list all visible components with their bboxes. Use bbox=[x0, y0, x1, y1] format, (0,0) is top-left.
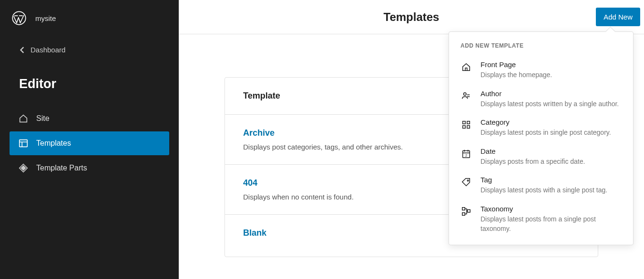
sidebar-item-template-parts[interactable]: Template Parts bbox=[10, 156, 169, 180]
sidebar-item-site[interactable]: Site bbox=[10, 107, 169, 130]
hierarchy-icon bbox=[460, 206, 472, 217]
dropdown-text: Tag Displays latest posts with a single … bbox=[480, 176, 622, 195]
dropdown-item-title: Front Page bbox=[480, 60, 622, 69]
svg-rect-6 bbox=[463, 121, 466, 124]
layout-icon bbox=[18, 138, 29, 149]
sidebar-item-label: Templates bbox=[36, 139, 71, 148]
template-description: Displays when no content is found. bbox=[243, 193, 465, 201]
sidebar-item-label: Template Parts bbox=[36, 164, 87, 172]
dropdown-text: Taxonomy Displays latest posts from a si… bbox=[480, 205, 622, 233]
dropdown-item-desc: Displays latest posts from a single post… bbox=[480, 215, 622, 233]
dropdown-text: Author Displays latest posts written by … bbox=[480, 90, 622, 109]
chevron-left-icon bbox=[19, 47, 26, 53]
calendar-icon: 2 bbox=[460, 148, 472, 159]
dropdown-item-desc: Displays latest posts written by a singl… bbox=[480, 100, 622, 109]
dropdown-item-desc: Displays latest posts in single post cat… bbox=[480, 128, 622, 138]
dropdown-item-category[interactable]: Category Displays latest posts in single… bbox=[449, 113, 633, 142]
svg-rect-14 bbox=[468, 209, 470, 212]
svg-point-12 bbox=[467, 180, 469, 181]
template-description: Displays post categories, tags, and othe… bbox=[243, 143, 465, 151]
template-name-link[interactable]: 404 bbox=[243, 178, 465, 188]
sidebar: mysite Dashboard Editor Site Templates T… bbox=[0, 0, 179, 279]
svg-rect-13 bbox=[462, 208, 465, 210]
author-icon bbox=[460, 90, 472, 102]
dropdown-item-tag[interactable]: Tag Displays latest posts with a single … bbox=[449, 171, 633, 200]
dropdown-item-front-page[interactable]: Front Page Displays the homepage. bbox=[449, 56, 633, 85]
dropdown-title: ADD NEW TEMPLATE bbox=[449, 39, 633, 56]
template-cell: 404 Displays when no content is found. bbox=[243, 178, 465, 201]
tag-icon bbox=[460, 177, 472, 188]
svg-rect-15 bbox=[462, 213, 465, 216]
dropdown-item-taxonomy[interactable]: Taxonomy Displays latest posts from a si… bbox=[449, 200, 633, 238]
template-cell: Blank bbox=[243, 228, 465, 243]
dropdown-item-title: Taxonomy bbox=[480, 205, 622, 213]
wordpress-logo-icon[interactable] bbox=[11, 10, 27, 26]
svg-rect-9 bbox=[467, 126, 470, 129]
svg-text:2: 2 bbox=[465, 153, 467, 157]
dropdown-item-desc: Displays latest posts with a single post… bbox=[480, 186, 622, 195]
svg-rect-1 bbox=[20, 140, 28, 147]
nav-list: Site Templates Template Parts bbox=[0, 107, 179, 180]
dropdown-item-date[interactable]: 2 Date Displays posts from a specific da… bbox=[449, 142, 633, 171]
template-name-link[interactable]: Archive bbox=[243, 128, 465, 138]
dropdown-item-title: Category bbox=[480, 118, 622, 126]
dropdown-text: Date Displays posts from a specific date… bbox=[480, 147, 622, 167]
dropdown-item-title: Date bbox=[480, 147, 622, 155]
template-name-link[interactable]: Blank bbox=[243, 228, 465, 238]
home-icon bbox=[460, 61, 472, 73]
home-icon bbox=[18, 113, 29, 124]
sidebar-item-templates[interactable]: Templates bbox=[10, 131, 169, 155]
sidebar-item-label: Site bbox=[36, 114, 50, 123]
site-header: mysite bbox=[0, 10, 179, 39]
svg-rect-8 bbox=[463, 126, 466, 129]
grid-icon bbox=[460, 119, 472, 130]
dropdown-item-author[interactable]: Author Displays latest posts written by … bbox=[449, 85, 633, 114]
dropdown-text: Category Displays latest posts in single… bbox=[480, 118, 622, 138]
svg-rect-7 bbox=[467, 121, 470, 124]
col-header-template: Template bbox=[243, 91, 465, 101]
dropdown-item-desc: Displays posts from a specific date. bbox=[480, 157, 622, 167]
dropdown-item-desc: Displays the homepage. bbox=[480, 70, 622, 80]
back-label: Dashboard bbox=[31, 46, 65, 54]
main-content: Templates Add New Template Added by Arch… bbox=[179, 0, 644, 279]
top-bar: Templates Add New bbox=[179, 0, 644, 34]
diamond-icon bbox=[18, 163, 29, 173]
back-to-dashboard-link[interactable]: Dashboard bbox=[0, 39, 179, 60]
add-new-button[interactable]: Add New bbox=[596, 8, 640, 26]
dropdown-text: Front Page Displays the homepage. bbox=[480, 60, 622, 80]
page-title: Templates bbox=[384, 10, 440, 24]
sidebar-section-title: Editor bbox=[0, 77, 179, 91]
dropdown-item-title: Tag bbox=[480, 176, 622, 184]
svg-point-5 bbox=[464, 92, 467, 95]
site-name: mysite bbox=[35, 14, 56, 22]
add-new-template-dropdown: ADD NEW TEMPLATE Front Page Displays the… bbox=[449, 31, 634, 245]
dropdown-item-title: Author bbox=[480, 90, 622, 98]
template-cell: Archive Displays post categories, tags, … bbox=[243, 128, 465, 151]
